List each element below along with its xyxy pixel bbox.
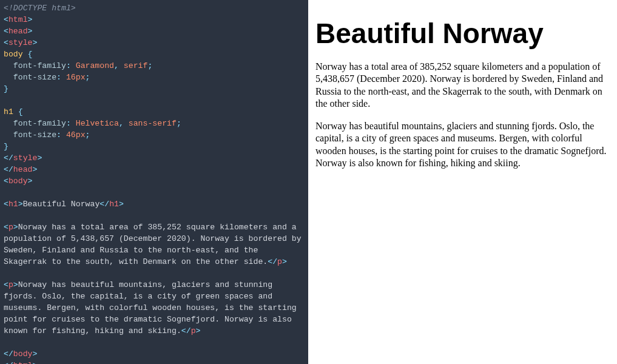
code-editor-content[interactable]: <!DOCTYPE html> <html> <head> <style> bo…	[4, 2, 305, 364]
preview-paragraph-1: Norway has a total area of 385,252 squar…	[315, 61, 610, 110]
split-view: <!DOCTYPE html> <html> <head> <style> bo…	[0, 0, 617, 364]
preview-paragraph-2: Norway has beautiful mountains, glaciers…	[315, 120, 610, 170]
code-editor-pane[interactable]: <!DOCTYPE html> <html> <head> <style> bo…	[0, 0, 308, 364]
preview-heading: Beautiful Norway	[315, 17, 610, 50]
preview-pane: Beautiful Norway Norway has a total area…	[308, 0, 617, 364]
